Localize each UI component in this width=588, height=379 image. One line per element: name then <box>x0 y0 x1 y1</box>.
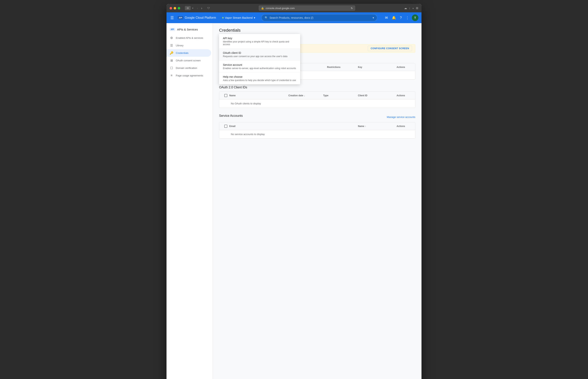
refresh-icon[interactable]: ↻ <box>351 7 353 10</box>
address-bar[interactable]: 🔒 console.cloud.google.com ↻ <box>259 5 355 11</box>
project-status-dot <box>222 17 224 18</box>
window-controls: ⊟ ▾ <box>185 6 193 10</box>
library-icon: ☰ <box>169 44 173 47</box>
new-tab-icon[interactable]: + <box>412 7 414 10</box>
sidebar-label-credentials: Credentials <box>176 51 188 54</box>
api-keys-col-restrictions: Restrictions <box>327 66 358 68</box>
project-selector[interactable]: Vapor Stream Backend ▾ <box>221 16 257 20</box>
dropdown-api-key-title: API key <box>223 37 296 40</box>
search-placeholder: Search Products, resources, docs (/) <box>269 16 313 19</box>
sidebar-header: API APIs & Services <box>167 26 213 34</box>
sidebar-title: APIs & Services <box>177 28 198 31</box>
page-title: Credentials <box>219 28 240 33</box>
tab-switcher-button[interactable]: ⊟ <box>185 6 191 10</box>
dropdown-item-oauth-client[interactable]: OAuth client ID Requests user consent so… <box>219 49 300 61</box>
browser-window: ⊟ ▾ ‹ › 🛡 🔒 console.cloud.google.com ↻ ☁… <box>167 4 421 379</box>
sa-empty: No service accounts to display <box>219 130 415 138</box>
sa-col-email: Email <box>229 125 358 127</box>
dropdown-help-desc: Asks a few questions to help you decide … <box>223 79 296 82</box>
oauth-icon: ⊞ <box>169 59 173 62</box>
security-icon: 🛡 <box>207 7 210 10</box>
oauth-col-type: Type <box>323 94 358 97</box>
dropdown-sa-desc: Enables server-to-server, app-level auth… <box>223 67 296 70</box>
sa-col-actions: Actions <box>397 125 412 127</box>
sidebar-item-enabled[interactable]: ⚙ Enabled APIs & services <box>167 34 211 42</box>
forward-button[interactable]: › <box>200 6 203 11</box>
topnav-right-icons: ✉ 🔔 ? ⋮ T <box>384 15 419 21</box>
traffic-lights <box>169 7 180 9</box>
service-accounts-section: Service Accounts Manage service accounts… <box>219 114 415 139</box>
url-text: console.cloud.google.com <box>266 7 295 10</box>
sa-checkbox-all[interactable] <box>224 125 227 128</box>
project-name: Vapor Stream Backend <box>225 16 253 19</box>
api-keys-col-actions: Actions <box>397 66 412 68</box>
help-icon[interactable]: ? <box>399 15 403 21</box>
sa-table-header: Email Name ↑ Actions <box>219 122 415 130</box>
dropdown-item-service-account[interactable]: Service account Enables server-to-server… <box>219 61 300 73</box>
minimize-button[interactable] <box>174 7 176 9</box>
main-layout: API APIs & Services ⚙ Enabled APIs & ser… <box>167 23 421 379</box>
oauth-table-header: Name Creation date ↓ Type Client ID <box>219 92 415 99</box>
content-header: Credentials <box>219 28 415 33</box>
sa-col-name[interactable]: Name ↑ <box>358 125 397 127</box>
chevron-down-icon: ▾ <box>254 16 255 19</box>
dropdown-sa-title: Service account <box>223 63 296 66</box>
email-icon[interactable]: ✉ <box>384 15 389 21</box>
oauth-section-title: OAuth 2.0 Client IDs <box>219 86 415 89</box>
sidebar-label-enabled: Enabled APIs & services <box>176 36 203 39</box>
oauth-col-actions: Actions <box>397 94 412 97</box>
sidebar-label-library: Library <box>176 44 184 47</box>
notification-icon[interactable]: 🔔 <box>391 15 397 21</box>
brand-name: Google Cloud Platform <box>185 16 216 19</box>
dropdown-api-key-desc: Identifies your project using a simple A… <box>223 40 296 46</box>
manage-service-accounts-link[interactable]: Manage service accounts <box>387 116 415 118</box>
fullscreen-button[interactable] <box>178 7 180 9</box>
search-icon: 🔍 <box>265 16 268 19</box>
back-button[interactable]: ‹ <box>196 6 199 11</box>
grid-icon[interactable]: ⊞ <box>416 6 419 10</box>
sidebar-item-page-usage[interactable]: ≡ Page usage agreements <box>167 72 211 79</box>
more-options-icon[interactable]: ⋮ <box>404 15 410 21</box>
sidebar-item-domain[interactable]: ☐ Domain verification <box>167 64 211 72</box>
cloud-icon[interactable]: ☁ <box>404 6 407 10</box>
user-avatar[interactable]: T <box>412 15 419 21</box>
dropdown-item-help-choose[interactable]: Help me choose Asks a few questions to h… <box>219 73 300 84</box>
search-dropdown-icon: ▾ <box>373 16 374 19</box>
brand-logo: API Google Cloud Platform <box>178 16 216 19</box>
service-accounts-header: Service Accounts Manage service accounts <box>219 114 415 120</box>
oauth-col-name: Name <box>229 94 288 97</box>
titlebar-right-icons: ☁ ↑ + ⊞ <box>404 6 419 10</box>
dropdown-oauth-title: OAuth client ID <box>223 51 296 54</box>
oauth-select-all[interactable] <box>222 94 229 97</box>
sidebar-label-oauth: OAuth consent screen <box>176 59 201 62</box>
settings-icon: ⚙ <box>169 36 173 40</box>
sidebar-item-credentials[interactable]: 🔑 Credentials <box>167 49 211 57</box>
api-badge: API <box>178 16 183 19</box>
sort-arrow-icon: ↓ <box>304 94 305 97</box>
sidebar-item-library[interactable]: ☰ Library <box>167 42 211 49</box>
key-icon: 🔑 <box>169 51 173 55</box>
search-bar[interactable]: 🔍 Search Products, resources, docs (/) ▾ <box>261 14 377 21</box>
sidebar-item-oauth[interactable]: ⊞ OAuth consent screen <box>167 57 211 64</box>
domain-icon: ☐ <box>169 66 173 70</box>
page-usage-icon: ≡ <box>169 74 173 77</box>
menu-button[interactable]: ☰ <box>169 15 175 21</box>
service-accounts-table: Email Name ↑ Actions No service accounts… <box>219 122 415 139</box>
titlebar: ⊟ ▾ ‹ › 🛡 🔒 console.cloud.google.com ↻ ☁… <box>167 4 421 12</box>
dropdown-help-title: Help me choose <box>223 75 296 78</box>
nav-arrows: ‹ › <box>196 6 203 11</box>
sa-select-all[interactable] <box>222 125 229 128</box>
top-navigation: ☰ API Google Cloud Platform Vapor Stream… <box>167 12 421 23</box>
sidebar-api-badge: API <box>169 28 175 31</box>
oauth-section: OAuth 2.0 Client IDs Name Creation date … <box>219 86 415 108</box>
close-button[interactable] <box>169 7 172 9</box>
oauth-col-creation-date[interactable]: Creation date ↓ <box>288 94 323 97</box>
share-icon[interactable]: ↑ <box>409 7 410 10</box>
oauth-checkbox-all[interactable] <box>224 94 227 97</box>
main-content: Credentials + CREATE CREDENTIALS 🗑 DELET… <box>213 23 421 379</box>
dropdown-item-api-key[interactable]: API key Identifies your project using a … <box>219 34 300 49</box>
oauth-table: Name Creation date ↓ Type Client ID <box>219 92 415 108</box>
sidebar-label-page-usage: Page usage agreements <box>176 74 203 77</box>
oauth-empty: No OAuth clients to display <box>219 99 415 108</box>
configure-consent-button[interactable]: CONFIGURE CONSENT SCREEN <box>368 46 412 51</box>
